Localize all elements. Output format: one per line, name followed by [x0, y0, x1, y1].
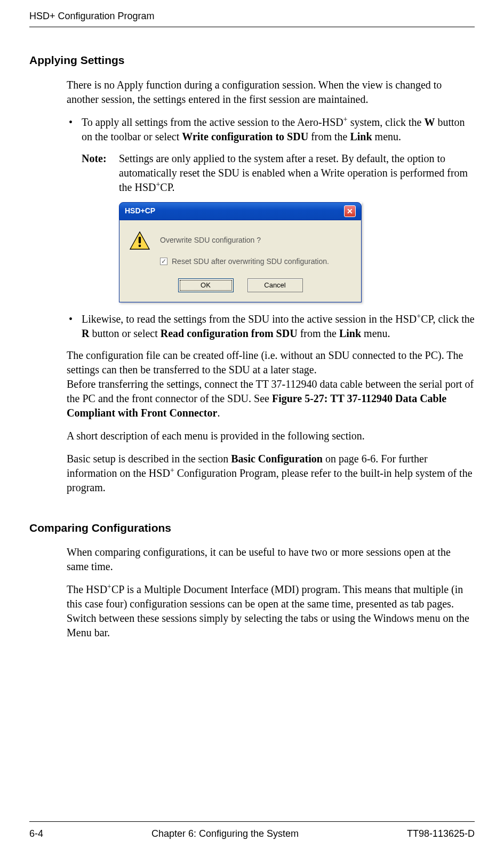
dialog-message: Overwrite SDU configuration ? — [160, 232, 261, 245]
read-config-ref: Read configuration from SDU — [161, 327, 298, 339]
sup-plus: + — [343, 115, 348, 123]
close-icon: ✕ — [347, 207, 353, 215]
footer-page-num: 6-4 — [29, 827, 43, 840]
close-button[interactable]: ✕ — [344, 205, 356, 217]
basic-config-ref: Basic Configuration — [231, 453, 323, 465]
heading-comparing-configs: Comparing Configurations — [29, 521, 475, 535]
para-compare-intro: When comparing configurations, it can be… — [67, 545, 475, 574]
bullet-dot: • — [67, 115, 82, 144]
bullet-read: • Likewise, to read the settings from th… — [67, 312, 475, 341]
sup-plus: + — [170, 466, 174, 474]
para-menu-desc: A short description of each menu is prov… — [67, 429, 475, 443]
text: The HSD — [67, 583, 107, 595]
header-title: HSD+ Configuration Program — [29, 11, 155, 21]
para-basic-setup: Basic setup is described in the section … — [67, 452, 475, 495]
cancel-button[interactable]: Cancel — [247, 278, 303, 292]
note-label: Note: — [82, 151, 119, 195]
text: Likewise, to read the settings from the … — [82, 313, 417, 325]
bullet-dot: • — [67, 312, 82, 341]
text: button or select — [89, 327, 160, 339]
text: from the — [308, 131, 350, 142]
dialog-title-text: HSD+CP — [125, 206, 155, 216]
ok-button[interactable]: OK — [178, 278, 234, 292]
r-button-ref: R — [82, 327, 89, 339]
bullet-read-text: Likewise, to read the settings from the … — [82, 312, 475, 341]
dialog-titlebar: HSD+CP ✕ — [119, 202, 362, 220]
note-body: Settings are only applied to the system … — [119, 151, 475, 195]
link-menu-ref: Link — [339, 327, 361, 339]
text: menu. — [372, 131, 401, 142]
write-config-ref: Write configuration to SDU — [182, 131, 308, 142]
checkbox-label: Reset SDU after overwriting SDU configur… — [172, 257, 329, 267]
note-block: Note: Settings are only applied to the s… — [82, 151, 475, 195]
sup-plus: + — [107, 582, 111, 590]
page-footer: 6-4 Chapter 6: Configuring the System TT… — [29, 821, 475, 840]
check-icon: ✓ — [161, 258, 166, 265]
dialog-body: Overwrite SDU configuration ? ✓ Reset SD… — [119, 220, 362, 302]
text: CP, click the — [421, 313, 475, 325]
heading-applying-settings: Applying Settings — [29, 53, 475, 68]
bullet-apply-text: To apply all settings from the active se… — [82, 115, 475, 144]
para-intro: There is no Apply function during a conf… — [67, 78, 475, 107]
w-button-ref: W — [425, 116, 435, 128]
text: CP is a Multiple Document Interface (MDI… — [67, 583, 469, 638]
text: To apply all settings from the active se… — [82, 116, 343, 128]
bullet-apply: • To apply all settings from the active … — [67, 115, 475, 144]
link-menu-ref: Link — [350, 131, 372, 142]
text: The configuration file can be created of… — [67, 349, 463, 375]
hsdcp-dialog: HSD+CP ✕ Overwrite SDU configuration ? — [119, 202, 362, 302]
text: Basic setup is described in the section — [67, 453, 231, 465]
footer-chapter: Chapter 6: Configuring the System — [151, 827, 299, 840]
reset-sdu-checkbox[interactable]: ✓ — [160, 258, 167, 265]
svg-point-2 — [139, 244, 141, 247]
text: system, click the — [348, 116, 425, 128]
footer-doc-id: TT98-113625-D — [407, 827, 475, 840]
text: from the — [298, 327, 339, 339]
text: menu. — [361, 327, 390, 339]
warning-icon — [129, 231, 150, 250]
sup-plus: + — [417, 312, 421, 320]
text: . — [217, 407, 220, 419]
svg-rect-1 — [139, 236, 141, 243]
para-mdi: The HSD+CP is a Multiple Document Interf… — [67, 582, 475, 640]
text: CP. — [160, 181, 174, 193]
page-header: HSD+ Configuration Program — [29, 0, 475, 27]
para-offline: The configuration file can be created of… — [67, 348, 475, 420]
dialog-screenshot: HSD+CP ✕ Overwrite SDU configuration ? — [119, 202, 475, 302]
